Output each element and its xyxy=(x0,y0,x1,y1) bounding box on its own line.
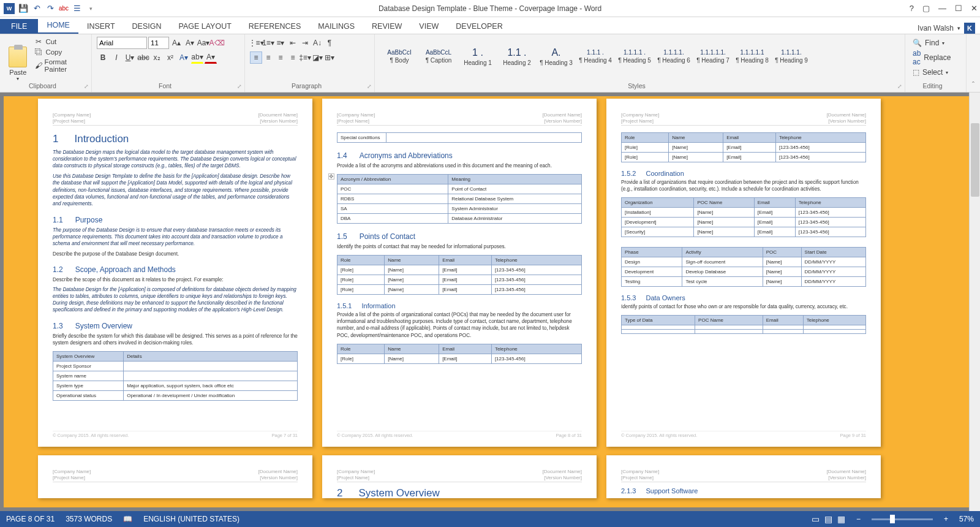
save-icon[interactable]: 💾 xyxy=(18,4,28,13)
user-name[interactable]: Ivan Walsh xyxy=(918,24,954,32)
bullets-icon[interactable]: ⋮≡▾ xyxy=(250,37,262,49)
tab-developer[interactable]: DEVELOPER xyxy=(447,19,511,34)
line-spacing-icon[interactable]: ‡≡▾ xyxy=(299,51,311,64)
font-name-input[interactable] xyxy=(97,37,147,49)
para-launcher[interactable]: ⤢ xyxy=(367,83,372,89)
italic-icon[interactable]: I xyxy=(110,51,123,64)
tab-insert[interactable]: INSERT xyxy=(78,19,124,34)
multilevel-icon[interactable]: ≡▾ xyxy=(274,37,287,49)
inc-indent-icon[interactable]: ⇥ xyxy=(299,37,311,49)
font-color-icon[interactable]: A▾ xyxy=(205,51,217,64)
zoom-in-icon[interactable]: + xyxy=(944,515,948,523)
status-lang[interactable]: ENGLISH (UNITED STATES) xyxy=(143,515,239,523)
text-effects-icon[interactable]: A▾ xyxy=(178,51,190,64)
maximize-icon[interactable]: ☐ xyxy=(955,4,962,13)
tab-home[interactable]: HOME xyxy=(38,18,78,34)
dec-indent-icon[interactable]: ⇤ xyxy=(287,37,299,49)
find-button[interactable]: 🔍Find▾ xyxy=(911,38,960,48)
style-item[interactable]: AaBbCcI¶ Body xyxy=(380,39,419,74)
proofing-icon[interactable]: 📖 xyxy=(123,515,132,523)
acronyms-table[interactable]: Acronym / AbbreviationMeaningPOCPoint of… xyxy=(337,174,582,224)
qat-more-icon[interactable]: ▾ xyxy=(86,4,96,13)
page-8[interactable]: [Company Name][Project Name][Document Na… xyxy=(322,99,597,447)
style-item[interactable]: 1.1.1 .¶ Heading 4 xyxy=(576,39,615,74)
style-item[interactable]: 1.1.1.1.1¶ Heading 8 xyxy=(733,39,772,74)
owners-table[interactable]: Type of DataPOC NameEmailTelephone xyxy=(621,315,866,334)
help-icon[interactable]: ? xyxy=(910,4,914,13)
clear-format-icon[interactable]: A⌫ xyxy=(211,37,223,49)
system-overview-table[interactable]: System OverviewDetailsProject SponsorSys… xyxy=(53,351,298,401)
subscript-icon[interactable]: x₂ xyxy=(151,51,163,64)
style-gallery[interactable]: AaBbCcI¶ BodyAaBbCcL¶ Caption1 .Heading … xyxy=(380,37,900,76)
read-mode-icon[interactable]: ▭ xyxy=(812,514,820,524)
format-painter-button[interactable]: 🖌Format Painter xyxy=(33,58,86,74)
zoom-level[interactable]: 57% xyxy=(959,515,974,523)
special-cond-table[interactable]: Special conditions xyxy=(337,132,582,143)
phase-table[interactable]: PhaseActivityPOCStart DateDesignSign-off… xyxy=(621,247,866,287)
status-words[interactable]: 3573 WORDS xyxy=(66,515,112,523)
poc-table[interactable]: RoleNameEmailTelephone[Role][Name][Email… xyxy=(337,255,582,295)
page-8-next[interactable]: [Company Name][Project Name][Document Na… xyxy=(322,455,597,498)
strike-icon[interactable]: abc xyxy=(137,51,149,64)
highlight-icon[interactable]: ab▾ xyxy=(191,51,203,64)
tab-references[interactable]: REFERENCES xyxy=(240,19,309,34)
cut-button[interactable]: ✂Cut xyxy=(33,37,86,47)
tab-view[interactable]: VIEW xyxy=(410,19,447,34)
collapse-ribbon-icon[interactable]: ˆ xyxy=(967,34,980,92)
vscrollbar[interactable] xyxy=(969,93,980,511)
web-layout-icon[interactable]: ▦ xyxy=(837,514,845,524)
table-move-icon[interactable]: ✥ xyxy=(328,173,334,180)
style-item[interactable]: AaBbCcL¶ Caption xyxy=(419,39,458,74)
copy-button[interactable]: ⿻Copy xyxy=(33,47,86,57)
page-7-next[interactable]: [Company Name][Project Name][Document Na… xyxy=(38,455,312,498)
style-item[interactable]: 1.1.1.1.¶ Heading 6 xyxy=(654,39,693,74)
clipboard-launcher[interactable]: ⤢ xyxy=(84,83,89,89)
tab-mailings[interactable]: MAILINGS xyxy=(309,19,363,34)
sort-icon[interactable]: A↓ xyxy=(311,37,323,49)
status-page[interactable]: PAGE 8 OF 31 xyxy=(6,515,55,523)
underline-icon[interactable]: U▾ xyxy=(124,51,136,64)
spell-icon[interactable]: abc xyxy=(59,4,69,13)
style-item[interactable]: 1.1.1.1 .¶ Heading 5 xyxy=(615,39,654,74)
coordination-table[interactable]: OrganizationPOC NameEmailTelephone[Insta… xyxy=(621,197,866,237)
close-icon[interactable]: ✕ xyxy=(971,4,978,13)
zoom-slider[interactable] xyxy=(872,518,933,520)
zoom-out-icon[interactable]: − xyxy=(856,515,861,523)
touch-icon[interactable]: ☰ xyxy=(72,4,82,13)
bold-icon[interactable]: B xyxy=(97,51,109,64)
superscript-icon[interactable]: x² xyxy=(164,51,176,64)
print-layout-icon[interactable]: ▤ xyxy=(824,514,832,524)
grow-font-icon[interactable]: A▴ xyxy=(170,37,183,49)
redo-icon[interactable]: ↷ xyxy=(45,4,55,13)
style-item[interactable]: 1.1.1.1.1.¶ Heading 7 xyxy=(693,39,733,74)
style-item[interactable]: 1.1.1.1.¶ Heading 9 xyxy=(772,39,811,74)
style-item[interactable]: 1 .Heading 1 xyxy=(458,39,497,74)
page-9[interactable]: [Company Name][Project Name][Document Na… xyxy=(606,99,881,447)
change-case-icon[interactable]: Aa▾ xyxy=(197,37,209,49)
align-center-icon[interactable]: ≡ xyxy=(262,51,274,64)
user-badge[interactable]: K xyxy=(964,23,975,34)
style-item[interactable]: A.¶ Heading 3 xyxy=(537,39,576,74)
shrink-font-icon[interactable]: A▾ xyxy=(184,37,196,49)
poc-info-table[interactable]: RoleNameEmailTelephone[Role][Name][Email… xyxy=(337,344,582,364)
undo-icon[interactable]: ↶ xyxy=(32,4,42,13)
align-right-icon[interactable]: ≡ xyxy=(274,51,287,64)
shading-icon[interactable]: ◪▾ xyxy=(311,51,323,64)
styles-launcher[interactable]: ⤢ xyxy=(897,83,902,89)
tab-pagelayout[interactable]: PAGE LAYOUT xyxy=(170,19,239,34)
tab-file[interactable]: FILE xyxy=(0,19,38,34)
role-table-p9[interactable]: RoleNameEmailTelephone[Role][Name][Email… xyxy=(621,132,866,162)
page-7[interactable]: [Company Name][Project Name][Document Na… xyxy=(38,99,312,447)
tab-design[interactable]: DESIGN xyxy=(124,19,170,34)
font-size-input[interactable] xyxy=(148,37,169,49)
show-marks-icon[interactable]: ¶ xyxy=(323,37,336,49)
ribbon-opts-icon[interactable]: ▢ xyxy=(922,4,930,13)
justify-icon[interactable]: ≡ xyxy=(287,51,299,64)
page-9-next[interactable]: [Company Name][Project Name][Document Na… xyxy=(606,455,881,498)
font-launcher[interactable]: ⤢ xyxy=(237,83,242,89)
tab-review[interactable]: REVIEW xyxy=(363,19,410,34)
minimize-icon[interactable]: — xyxy=(938,4,946,13)
replace-button[interactable]: abacReplace xyxy=(911,48,960,67)
align-left-icon[interactable]: ≡ xyxy=(250,51,262,64)
borders-icon[interactable]: ⊞▾ xyxy=(323,51,336,64)
